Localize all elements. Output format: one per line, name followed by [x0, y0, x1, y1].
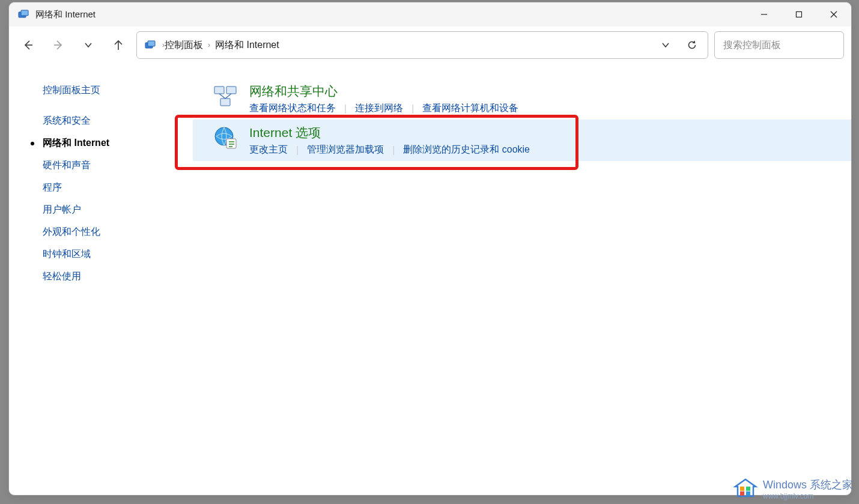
svg-rect-1 [21, 10, 28, 16]
svg-rect-10 [148, 41, 155, 46]
sidebar-item-label: 时钟和区域 [43, 249, 91, 259]
category-links: 更改主页 | 管理浏览器加载项 | 删除浏览的历史记录和 cookie [249, 144, 530, 156]
sidebar-item-label: 用户帐户 [43, 204, 81, 214]
svg-line-16 [219, 94, 225, 99]
breadcrumb-item[interactable]: 控制面板 [165, 39, 203, 52]
svg-rect-24 [740, 487, 744, 491]
breadcrumb-item[interactable]: 网络和 Internet [215, 39, 279, 52]
link-manage-addons[interactable]: 管理浏览器加载项 [307, 144, 384, 156]
search-box[interactable] [714, 31, 844, 59]
svg-rect-13 [214, 87, 224, 94]
sidebar-item-label: 系统和安全 [43, 115, 91, 126]
svg-rect-3 [797, 12, 802, 17]
sidebar-item-label: 硬件和声音 [43, 160, 91, 170]
forward-button[interactable] [46, 33, 70, 57]
sidebar-item-label: 网络和 Internet [43, 138, 109, 148]
recent-locations-button[interactable] [76, 33, 100, 57]
svg-rect-25 [746, 487, 750, 491]
sidebar-item-label: 程序 [43, 182, 62, 192]
watermark-text: Windows 系统之家 [763, 479, 853, 491]
category-title[interactable]: Internet 选项 [249, 124, 530, 141]
close-button[interactable] [816, 2, 851, 26]
history-dropdown-button[interactable] [654, 33, 678, 57]
network-sharing-icon [212, 83, 238, 109]
sidebar-item-home[interactable]: 控制面板主页 [9, 79, 193, 102]
sidebar-item-clock-region[interactable]: 时钟和区域 [9, 243, 193, 266]
svg-marker-23 [735, 479, 756, 496]
app-icon [17, 8, 29, 20]
svg-rect-14 [226, 87, 236, 94]
titlebar: 网络和 Internet [9, 2, 851, 26]
sidebar-item-ease-of-access[interactable]: 轻松使用 [9, 266, 193, 288]
body: 控制面板主页 系统和安全 网络和 Internet 硬件和声音 程序 用户帐户 … [9, 64, 851, 495]
link-delete-history[interactable]: 删除浏览的历史记录和 cookie [403, 144, 530, 156]
link-view-status[interactable]: 查看网络状态和任务 [249, 102, 336, 115]
svg-line-17 [225, 94, 231, 99]
sidebar-item-appearance[interactable]: 外观和个性化 [9, 221, 193, 243]
link-view-devices[interactable]: 查看网络计算机和设备 [422, 102, 518, 115]
back-button[interactable] [16, 33, 40, 57]
sidebar-item-label: 轻松使用 [43, 271, 81, 281]
sidebar-item-hardware-sound[interactable]: 硬件和声音 [9, 154, 193, 177]
watermark-icon [733, 478, 758, 500]
sidebar-item-user-accounts[interactable]: 用户帐户 [9, 199, 193, 221]
category-network-sharing: 网络和共享中心 查看网络状态和任务 | 连接到网络 | 查看网络计算机和设备 [193, 78, 851, 120]
maximize-button[interactable] [782, 2, 816, 26]
link-connect-network[interactable]: 连接到网络 [355, 102, 403, 115]
watermark: Windows 系统之家 www.bjjmlv.com [733, 478, 853, 500]
main-content: 网络和共享中心 查看网络状态和任务 | 连接到网络 | 查看网络计算机和设备 [193, 64, 851, 495]
sidebar-item-label: 外观和个性化 [43, 226, 100, 237]
link-change-homepage[interactable]: 更改主页 [249, 144, 288, 156]
control-panel-window: 网络和 Internet [8, 2, 852, 496]
category-links: 查看网络状态和任务 | 连接到网络 | 查看网络计算机和设备 [249, 102, 518, 115]
up-button[interactable] [106, 33, 130, 57]
sidebar-item-programs[interactable]: 程序 [9, 177, 193, 199]
category-internet-options: Internet 选项 更改主页 | 管理浏览器加载项 | 删除浏览的历史记录和… [193, 120, 851, 161]
minimize-button[interactable] [747, 2, 782, 26]
window-controls [747, 2, 851, 26]
internet-options-icon [212, 124, 238, 151]
sidebar: 控制面板主页 系统和安全 网络和 Internet 硬件和声音 程序 用户帐户 … [9, 64, 193, 495]
breadcrumbs: 控制面板 › 网络和 Internet [165, 39, 279, 52]
watermark-subtext: www.bjjmlv.com [763, 492, 853, 500]
chevron-right-icon: › [208, 41, 210, 49]
category-title[interactable]: 网络和共享中心 [249, 83, 518, 100]
folder-icon [144, 39, 156, 51]
nav-row: › 控制面板 › 网络和 Internet [9, 26, 851, 64]
refresh-button[interactable] [680, 33, 704, 57]
svg-rect-15 [220, 99, 230, 106]
svg-rect-26 [740, 491, 744, 496]
svg-rect-27 [746, 491, 750, 496]
address-bar[interactable]: › 控制面板 › 网络和 Internet [136, 31, 708, 59]
sidebar-item-system-security[interactable]: 系统和安全 [9, 110, 193, 132]
sidebar-item-label: 控制面板主页 [43, 85, 100, 95]
sidebar-item-network-internet[interactable]: 网络和 Internet [9, 132, 193, 154]
search-input[interactable] [723, 40, 843, 50]
window-title: 网络和 Internet [35, 9, 96, 20]
